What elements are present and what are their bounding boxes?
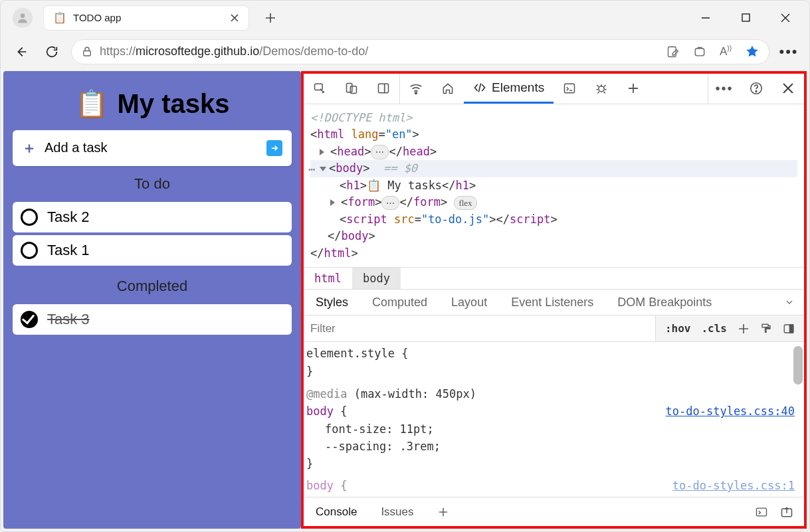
add-task-input[interactable]: ＋ Add a task	[13, 130, 292, 166]
refresh-button[interactable]	[41, 41, 63, 63]
activity-bar-icon[interactable]	[367, 74, 399, 104]
svg-rect-2	[84, 50, 91, 56]
devtools-panel: Elements ••• <!DOCTYPE html> <html lang=…	[301, 71, 807, 529]
devtools-more-icon[interactable]: •••	[708, 81, 740, 96]
stylesheet-link[interactable]: to-do-styles.css:1	[672, 477, 795, 494]
svg-point-0	[21, 13, 25, 18]
add-task-label: Add a task	[45, 140, 108, 155]
read-aloud-icon[interactable]: A))	[720, 44, 732, 58]
elements-tab-label: Elements	[492, 80, 544, 95]
breadcrumb-body[interactable]: body	[352, 268, 401, 289]
close-icon[interactable]	[230, 13, 239, 23]
back-button[interactable]	[10, 41, 33, 63]
titlebar: 📋 TODO app	[1, 1, 809, 35]
styles-tabbar: Styles Computed Layout Event Listeners D…	[304, 289, 804, 315]
help-icon[interactable]	[740, 81, 772, 96]
device-toggle-icon[interactable]	[336, 74, 367, 104]
drawer-dock-icon[interactable]	[755, 505, 768, 519]
submit-arrow-icon[interactable]	[266, 140, 282, 156]
breadcrumb-html[interactable]: html	[304, 268, 352, 289]
inspect-icon[interactable]	[304, 74, 336, 104]
console-quick-icon[interactable]	[554, 74, 585, 104]
close-button[interactable]	[779, 11, 792, 25]
address-bar[interactable]: https://microsoftedge.github.io/Demos/de…	[71, 39, 769, 64]
welcome-icon[interactable]	[432, 74, 464, 104]
completed-list: Task 3	[13, 304, 292, 337]
issues-drawer-tab[interactable]: Issues	[369, 497, 425, 526]
devtools-drawer: Console Issues	[304, 497, 804, 526]
hov-toggle[interactable]: :hov	[665, 322, 691, 335]
lock-icon	[81, 46, 93, 58]
console-drawer-tab[interactable]: Console	[304, 497, 369, 526]
task-row[interactable]: Task 1	[13, 235, 292, 266]
tab-title: TODO app	[73, 12, 223, 23]
styles-filter-input[interactable]	[304, 315, 655, 341]
minimize-button[interactable]	[699, 11, 712, 25]
content-area: 📋 My tasks ＋ Add a task To do Task 2 Tas…	[1, 68, 809, 531]
browser-window: 📋 TODO app https://microsoftedge.github.…	[0, 0, 810, 532]
paint-format-icon[interactable]	[760, 323, 772, 335]
styles-tools: :hov .cls	[655, 315, 804, 341]
dom-breadcrumb: html body	[304, 267, 804, 289]
new-tab-button[interactable]	[258, 6, 282, 30]
elements-tab[interactable]: Elements	[464, 74, 554, 104]
favorite-icon[interactable]	[745, 44, 759, 59]
dom-tree[interactable]: <!DOCTYPE html> <html lang="en"> <head>⋯…	[304, 104, 804, 268]
clipboard-icon: 📋	[75, 88, 108, 120]
stylesheet-link[interactable]: to-do-styles.css:40	[666, 402, 795, 420]
devtools-tabrow: Elements •••	[304, 74, 804, 104]
browser-tab[interactable]: 📋 TODO app	[43, 5, 249, 31]
checkbox-empty-icon[interactable]	[21, 209, 38, 226]
styles-rules-pane[interactable]: element.style { } @media (max-width: 450…	[304, 342, 804, 497]
url-text: https://microsoftedge.github.io/Demos/de…	[100, 44, 368, 58]
svg-rect-16	[757, 508, 767, 516]
styles-tab[interactable]: Styles	[304, 290, 360, 315]
window-controls	[699, 11, 804, 25]
app-title: 📋 My tasks	[13, 88, 292, 120]
task-title: Task 2	[47, 209, 90, 226]
edit-page-icon[interactable]	[666, 45, 680, 58]
event-listeners-tab[interactable]: Event Listeners	[499, 290, 605, 315]
cls-toggle[interactable]: .cls	[701, 322, 727, 335]
svg-rect-6	[347, 84, 352, 92]
drawer-expand-icon[interactable]	[780, 505, 793, 519]
tab-favicon: 📋	[53, 11, 66, 24]
svg-point-13	[756, 91, 757, 92]
plus-icon: ＋	[22, 138, 37, 158]
maximize-button[interactable]	[739, 11, 752, 25]
new-rule-icon[interactable]	[738, 323, 750, 335]
app-icon[interactable]	[693, 45, 706, 58]
svg-point-9	[415, 92, 417, 94]
layout-tab[interactable]: Layout	[439, 290, 499, 315]
checkbox-empty-icon[interactable]	[21, 242, 38, 259]
devtools-close-icon[interactable]	[772, 83, 804, 94]
task-row[interactable]: Task 3	[13, 304, 292, 335]
scrollbar-thumb[interactable]	[793, 346, 803, 385]
todo-list: Task 2 Task 1	[13, 202, 292, 268]
task-row[interactable]: Task 2	[13, 202, 292, 232]
computed-tab[interactable]: Computed	[360, 290, 439, 315]
profile-avatar[interactable]	[13, 8, 33, 28]
svg-rect-1	[742, 14, 750, 21]
more-button[interactable]: •••	[777, 41, 800, 63]
network-conditions-icon[interactable]	[400, 74, 432, 104]
dom-breakpoints-tab[interactable]: DOM Breakpoints	[605, 290, 724, 315]
section-completed-label: Completed	[13, 278, 292, 295]
svg-rect-14	[762, 324, 768, 327]
svg-point-11	[599, 86, 604, 92]
svg-rect-4	[695, 48, 704, 56]
checkbox-checked-icon[interactable]	[21, 311, 38, 328]
computed-sidebar-icon[interactable]	[783, 323, 795, 335]
task-title: Task 1	[47, 242, 90, 259]
task-title: Task 3	[47, 311, 90, 328]
section-todo-label: To do	[13, 175, 292, 193]
svg-rect-10	[565, 84, 575, 93]
styles-filter-row: :hov .cls	[304, 315, 804, 342]
chevron-down-icon[interactable]	[775, 290, 804, 315]
sources-bug-icon[interactable]	[585, 74, 617, 104]
toolbar: https://microsoftedge.github.io/Demos/de…	[1, 35, 809, 68]
dom-selected-body[interactable]: <body> == $0	[310, 160, 797, 177]
svg-rect-8	[379, 84, 389, 93]
drawer-add-tab-icon[interactable]	[426, 497, 460, 526]
more-tabs-plus-icon[interactable]	[617, 74, 649, 104]
